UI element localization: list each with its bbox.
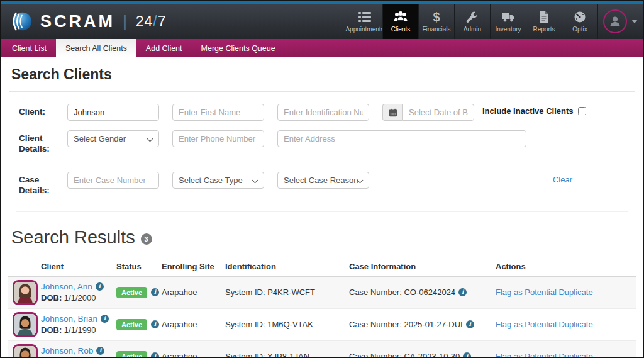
address-input[interactable]	[277, 130, 526, 147]
case-cell: Case Number: CO-06242024	[349, 288, 496, 297]
actions-cell: Flag as Potential Duplicate	[496, 320, 636, 329]
tab-merge-clients-queue[interactable]: Merge Clients Queue	[192, 39, 285, 57]
info-icon[interactable]	[96, 347, 104, 355]
actions-cell: Flag as Potential Duplicate	[496, 288, 636, 297]
page-title: Search Clients	[11, 66, 635, 83]
info-icon[interactable]	[96, 282, 104, 291]
status-cell: Active	[116, 351, 162, 358]
tab-search-all-clients[interactable]: Search All Clients	[56, 39, 136, 57]
clear-link[interactable]: Clear	[553, 172, 572, 184]
nav-item-admin[interactable]: Admin	[454, 4, 490, 39]
actions-cell: Flag as Potential Duplicate	[496, 352, 636, 358]
client-photo	[13, 344, 38, 358]
gauge-icon	[573, 11, 587, 23]
table-header-row: Client Status Enrolling Site Identificat…	[8, 258, 636, 277]
app-window: SCRAM | 24/7 Appointments Clients	[0, 0, 644, 358]
include-inactive-label: Include Inactive Clients	[482, 106, 574, 116]
table-row: Johnson, Rob DOB: 1/1/1970 Active Arapah…	[8, 341, 636, 358]
gender-select[interactable]: Select Gender	[67, 130, 159, 147]
brand-247: 24/7	[136, 13, 167, 30]
info-icon[interactable]	[151, 288, 159, 296]
flag-duplicate-link[interactable]: Flag as Potential Duplicate	[496, 352, 593, 358]
tab-add-client[interactable]: Add Client	[136, 39, 192, 57]
client-photo	[13, 280, 38, 305]
enrolling-site-cell: Arapahoe	[162, 352, 225, 358]
nav-item-financials[interactable]: $ Financials	[418, 4, 454, 39]
nav-item-optix[interactable]: Optix	[562, 4, 597, 39]
table-row: Johnson, Ann DOB: 1/1/2000 Active Arapah…	[8, 277, 636, 309]
dob-input[interactable]	[402, 104, 474, 121]
client-details-label: Client Details:	[19, 130, 67, 155]
info-icon[interactable]	[151, 352, 159, 358]
flag-duplicate-link[interactable]: Flag as Potential Duplicate	[496, 288, 593, 297]
brand-name: SCRAM	[40, 12, 115, 31]
search-form: Client: Include Inactive Clients Client …	[9, 104, 635, 196]
svg-text:$: $	[433, 11, 440, 23]
tab-client-list[interactable]: Client List	[3, 39, 56, 57]
nav-label: Admin	[464, 26, 481, 33]
info-icon[interactable]	[151, 320, 159, 328]
nav-item-inventory[interactable]: Inventory	[490, 4, 526, 39]
dob-label: DOB:	[41, 293, 62, 303]
brand-separator: |	[123, 12, 127, 31]
main-nav: Appointments Clients $ Financials	[347, 4, 643, 39]
info-icon[interactable]	[458, 288, 467, 296]
case-number: Case Number: 2025-01-27-DUI	[349, 320, 463, 329]
client-row-label: Client:	[19, 104, 67, 118]
client-name-link[interactable]: Johnson, Rob	[41, 346, 93, 355]
case-number: Case Number: CO-06242024	[349, 288, 455, 297]
col-enrolling-site: Enrolling Site	[162, 262, 225, 271]
case-type-select[interactable]: Select Case Type	[172, 172, 264, 189]
dob-value: 1/1/2000	[64, 293, 96, 303]
dob-field-group	[382, 104, 474, 121]
results-title: Search Results	[11, 227, 135, 248]
status-cell: Active	[116, 319, 162, 330]
first-name-input[interactable]	[172, 104, 264, 121]
nav-item-reports[interactable]: Reports	[526, 4, 562, 39]
status-badge: Active	[116, 287, 147, 298]
nav-item-clients[interactable]: Clients	[382, 4, 418, 39]
client-cell: Johnson, Ann DOB: 1/1/2000	[41, 282, 116, 303]
document-icon	[537, 11, 551, 23]
calendar-icon[interactable]	[382, 104, 402, 121]
identification-number-input[interactable]	[277, 104, 369, 121]
results-header: Search Results 3	[11, 227, 635, 248]
table-row: Johnson, Brian DOB: 1/1/1990 Active Arap…	[8, 309, 636, 341]
flag-duplicate-link[interactable]: Flag as Potential Duplicate	[496, 320, 593, 329]
case-cell: Case Number: 2025-01-27-DUI	[349, 320, 496, 329]
nav-item-appointments[interactable]: Appointments	[347, 4, 382, 39]
nav-label: Reports	[533, 26, 555, 33]
col-status: Status	[116, 262, 162, 271]
info-icon[interactable]	[463, 352, 471, 358]
nav-label: Appointments	[345, 26, 384, 33]
status-badge: Active	[116, 351, 147, 358]
info-icon[interactable]	[466, 320, 474, 328]
include-inactive-checkbox[interactable]	[578, 107, 586, 115]
identification-cell: System ID: 1M6Q-VTAK	[225, 320, 349, 329]
client-details-row: Client Details: Select Gender	[19, 130, 635, 155]
nav-label: Financials	[422, 26, 450, 33]
phone-number-input[interactable]	[172, 130, 264, 147]
client-photo-cell	[8, 312, 41, 337]
scram-globe-icon	[10, 9, 34, 33]
identification-cell: System ID: P4KR-WCFT	[225, 288, 349, 297]
client-row: Client: Include Inactive Clients	[19, 104, 635, 121]
nav-label: Clients	[391, 26, 411, 33]
wrench-icon	[465, 11, 479, 23]
results-count-badge: 3	[141, 233, 152, 245]
client-name-link[interactable]: Johnson, Brian	[41, 314, 97, 323]
case-number-input[interactable]	[67, 172, 159, 189]
client-name-link[interactable]: Johnson, Ann	[41, 282, 92, 291]
people-icon	[394, 11, 408, 23]
status-cell: Active	[116, 287, 162, 298]
dob-value: 1/1/1990	[64, 325, 96, 335]
identification-cell: System ID: YJP8-1JAN	[225, 352, 349, 358]
case-reason-select[interactable]: Select Case Reason	[277, 172, 369, 189]
profile-menu-button[interactable]	[597, 4, 643, 39]
client-photo-cell	[8, 344, 41, 358]
client-photo-cell	[8, 280, 41, 305]
status-badge: Active	[116, 319, 147, 330]
info-icon[interactable]	[101, 315, 109, 323]
last-name-input[interactable]	[67, 104, 159, 121]
client-cell: Johnson, Brian DOB: 1/1/1990	[41, 314, 116, 335]
